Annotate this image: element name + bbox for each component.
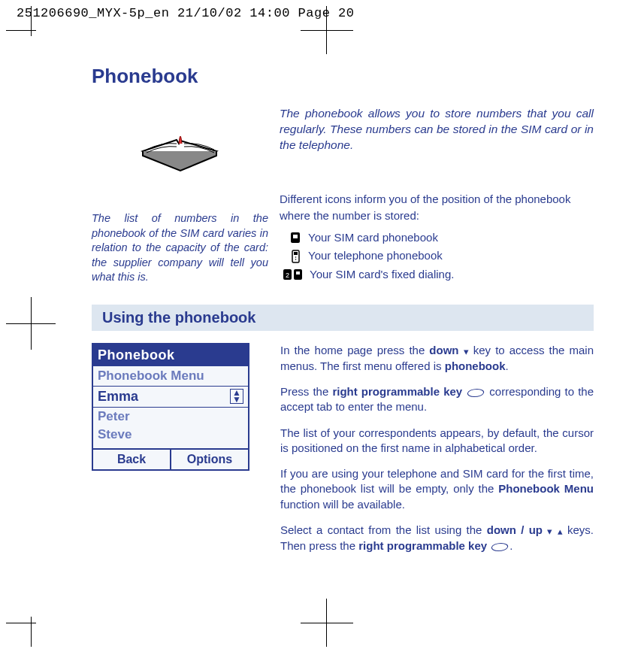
legend-item-fixed: 2 Your SIM card's fixed dialing. <box>283 266 594 284</box>
page-title: Phonebook <box>92 65 594 88</box>
legend-item-phone: Your telephone phonebook <box>290 247 594 265</box>
softkey-options: Options <box>171 450 248 469</box>
phone-screen-mockup: Phonebook Phonebook Menu Emma ▲▼ Peter S… <box>92 343 249 471</box>
svg-rect-9 <box>296 271 300 274</box>
crop-mark <box>31 617 32 647</box>
print-header: 251206690_MYX-5p_en 21/10/02 14:00 Page … <box>17 6 354 20</box>
phonebook-illustration-icon <box>135 106 225 174</box>
svg-rect-1 <box>293 235 298 238</box>
legend-lead: Different icons inform you of the positi… <box>280 191 594 225</box>
intro-paragraph: The phonebook allows you to store number… <box>280 106 594 153</box>
sim-card-icon <box>290 232 302 244</box>
crop-mark <box>6 623 36 623</box>
down-arrow-icon <box>547 523 552 538</box>
softkey-back: Back <box>93 450 171 469</box>
down-arrow-icon <box>464 344 469 359</box>
phone-titlebar: Phonebook <box>93 344 248 366</box>
phone-contact: Steve <box>93 426 248 444</box>
sidebar-note: The list of numbers in the phonebook of … <box>92 211 268 285</box>
softkey-icon <box>491 543 510 551</box>
instruction-paragraph: In the home page press the down key to a… <box>280 343 594 374</box>
svg-text:2: 2 <box>286 271 289 279</box>
crop-mark <box>6 323 56 324</box>
up-arrow-icon <box>558 523 563 538</box>
selected-name: Emma <box>98 389 138 405</box>
icon-legend: Different icons inform you of the positi… <box>280 191 594 284</box>
softkey-icon <box>466 389 485 397</box>
section-heading: Using the phonebook <box>92 305 594 331</box>
crop-mark <box>301 30 353 31</box>
instructions: In the home page press the down key to a… <box>280 343 594 554</box>
instruction-paragraph: If you are using your telephone and SIM … <box>280 466 594 512</box>
page-content: Phonebook The list of numbers in the pho… <box>53 53 594 576</box>
phone-selected-contact: Emma ▲▼ <box>93 387 248 408</box>
instruction-paragraph: Press the right programmable key corresp… <box>280 384 594 415</box>
phone-contact: Peter <box>93 408 248 426</box>
svg-rect-3 <box>294 252 298 255</box>
instruction-paragraph: Select a contact from the list using the… <box>280 523 594 553</box>
phone-softkeys: Back Options <box>93 448 248 469</box>
phone-menu-line: Phonebook Menu <box>93 366 248 387</box>
svg-point-5 <box>295 259 297 260</box>
fixed-dialing-icon: 2 <box>283 268 304 281</box>
legend-label: Your telephone phonebook <box>308 247 443 265</box>
legend-label: Your SIM card phonebook <box>308 229 438 247</box>
telephone-icon <box>290 250 302 263</box>
legend-item-sim: Your SIM card phonebook <box>290 229 594 247</box>
crop-mark <box>326 599 327 647</box>
instruction-paragraph: The list of your correspondents appears,… <box>280 426 594 456</box>
crop-mark <box>301 623 353 623</box>
legend-label: Your SIM card's fixed dialing. <box>310 266 454 284</box>
scroll-indicator-icon: ▲▼ <box>230 389 243 404</box>
svg-point-4 <box>295 256 297 258</box>
crop-mark <box>6 30 36 31</box>
